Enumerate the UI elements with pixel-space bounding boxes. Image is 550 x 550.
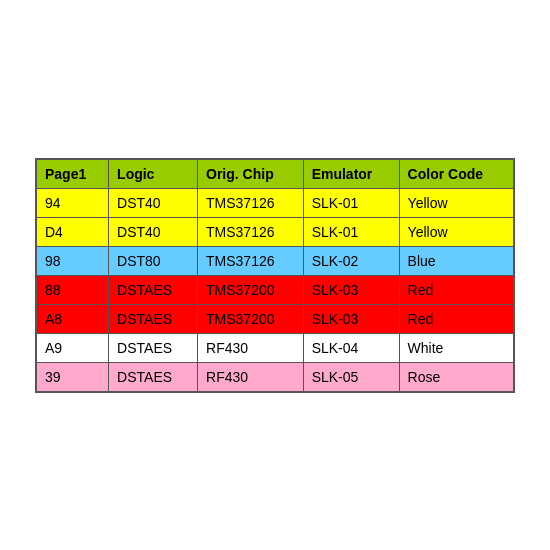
cell-page: 98 [36,246,109,275]
cell-emulator: SLK-03 [303,275,399,304]
table-row: 98DST80TMS37126SLK-02Blue [36,246,514,275]
cell-page: 39 [36,362,109,392]
cell-emulator: SLK-03 [303,304,399,333]
cell-emulator: SLK-01 [303,217,399,246]
cell-page: 94 [36,188,109,217]
col-header-emulator: Emulator [303,159,399,189]
col-header-chip: Orig. Chip [198,159,304,189]
cell-chip: TMS37200 [198,275,304,304]
table-row: A9DSTAESRF430SLK-04White [36,333,514,362]
cell-chip: TMS37126 [198,246,304,275]
table-row: D4DST40TMS37126SLK-01Yellow [36,217,514,246]
data-table: Page1 Logic Orig. Chip Emulator Color Co… [35,158,515,393]
cell-logic: DSTAES [109,275,198,304]
table-row: A8DSTAESTMS37200SLK-03Red [36,304,514,333]
table-container: Page1 Logic Orig. Chip Emulator Color Co… [35,158,515,393]
cell-chip: RF430 [198,333,304,362]
cell-chip: RF430 [198,362,304,392]
cell-color: Red [399,275,514,304]
cell-color: Yellow [399,188,514,217]
table-row: 94DST40TMS37126SLK-01Yellow [36,188,514,217]
col-header-color: Color Code [399,159,514,189]
cell-page: D4 [36,217,109,246]
cell-color: Red [399,304,514,333]
cell-color: Rose [399,362,514,392]
cell-logic: DSTAES [109,362,198,392]
cell-chip: TMS37126 [198,188,304,217]
cell-color: Blue [399,246,514,275]
cell-logic: DST40 [109,188,198,217]
cell-page: A9 [36,333,109,362]
cell-color: Yellow [399,217,514,246]
col-header-logic: Logic [109,159,198,189]
cell-page: 88 [36,275,109,304]
cell-chip: TMS37126 [198,217,304,246]
cell-page: A8 [36,304,109,333]
cell-emulator: SLK-04 [303,333,399,362]
table-row: 88DSTAESTMS37200SLK-03Red [36,275,514,304]
cell-emulator: SLK-01 [303,188,399,217]
table-header-row: Page1 Logic Orig. Chip Emulator Color Co… [36,159,514,189]
cell-emulator: SLK-05 [303,362,399,392]
cell-logic: DSTAES [109,333,198,362]
table-row: 39DSTAESRF430SLK-05Rose [36,362,514,392]
cell-emulator: SLK-02 [303,246,399,275]
col-header-page: Page1 [36,159,109,189]
cell-logic: DST80 [109,246,198,275]
cell-logic: DST40 [109,217,198,246]
cell-color: White [399,333,514,362]
cell-chip: TMS37200 [198,304,304,333]
cell-logic: DSTAES [109,304,198,333]
